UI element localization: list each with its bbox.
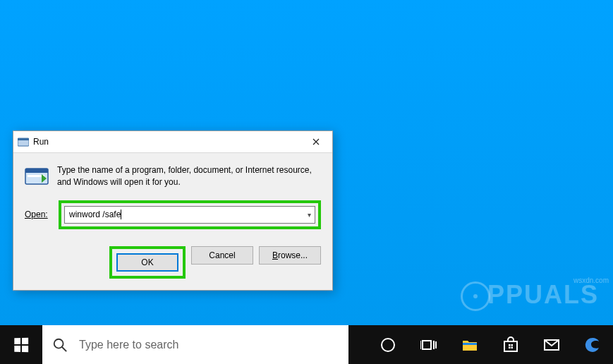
svg-line-6 [62,346,66,351]
edge-button[interactable] [572,325,613,364]
taskbar: Type here to search [0,325,613,364]
run-titlebar[interactable]: Run [13,131,332,153]
search-icon [52,337,68,353]
open-input[interactable] [64,206,315,224]
open-input-highlight: ▾ [59,200,321,229]
svg-rect-15 [511,344,514,346]
svg-rect-1 [18,138,29,140]
mail-button[interactable] [531,325,572,364]
watermark-logo: PPUALS [461,280,599,311]
ok-button[interactable]: OK [116,253,178,272]
svg-rect-16 [509,346,511,348]
svg-rect-12 [463,343,477,345]
svg-rect-14 [509,344,511,346]
svg-rect-17 [511,346,514,348]
run-buttons-row: OK Cancel Browse... [13,233,332,290]
microsoft-store-button[interactable] [490,325,531,364]
open-label: Open: [25,210,59,219]
run-titlebar-icon [18,136,29,147]
svg-point-7 [382,339,394,351]
attribution-text: wsxdn.com [573,277,609,284]
taskbar-search-box[interactable]: Type here to search [42,325,348,364]
browse-button[interactable]: Browse... [259,246,321,265]
appuals-logo-icon [461,281,490,311]
windows-logo-icon [14,337,28,351]
start-button[interactable] [0,325,42,364]
cortana-button[interactable] [368,325,408,364]
file-explorer-button[interactable] [449,325,490,364]
run-open-row: Open: ▾ [13,193,332,233]
close-button[interactable] [300,131,332,152]
task-view-button[interactable] [408,325,449,364]
taskbar-tray [368,325,613,364]
run-body: Type the name of a program, folder, docu… [13,153,332,193]
run-description: Type the name of a program, folder, docu… [57,164,321,189]
svg-rect-8 [423,341,431,349]
ok-button-highlight: OK [109,246,186,279]
run-title: Run [33,137,49,147]
run-dialog: Run Type the name of a program, folder, … [13,131,333,291]
svg-point-5 [54,339,63,348]
taskbar-spacer [348,325,368,364]
search-placeholder: Type here to search [79,339,178,351]
svg-rect-3 [25,169,48,173]
run-dialog-icon [25,164,49,188]
cancel-button[interactable]: Cancel [191,246,253,265]
svg-rect-13 [504,341,517,351]
desktop: PPUALS Run [0,0,613,325]
